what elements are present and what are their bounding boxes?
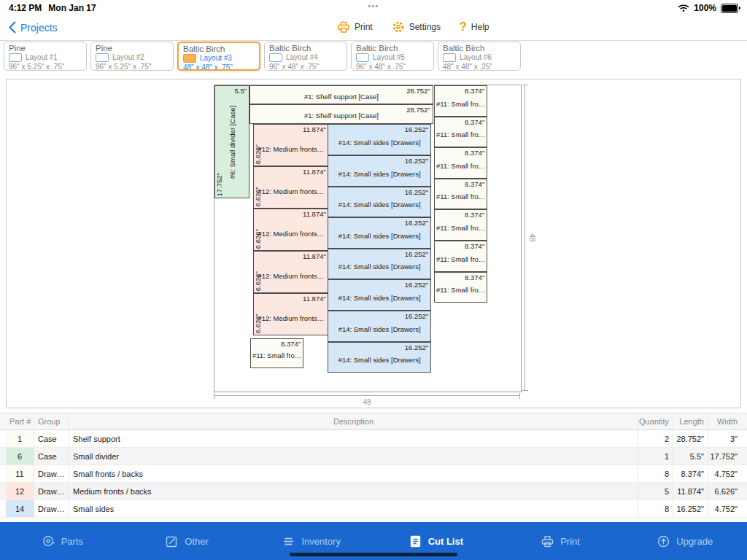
cell-group: Case bbox=[34, 430, 69, 447]
table-row[interactable]: 6CaseSmall divider15.5"17.752" bbox=[0, 448, 747, 465]
layout-piece[interactable]: 5.5"17.752"#6: Small divider [Case] bbox=[214, 85, 249, 198]
piece-label: #1: Shelf support [Case] bbox=[304, 112, 379, 120]
print-button[interactable]: Print bbox=[337, 20, 373, 34]
layout-piece[interactable]: 16.252"#14: Small sides [Drawers] bbox=[328, 155, 431, 187]
help-button[interactable]: ? Help bbox=[460, 21, 489, 33]
piece-width-dim: 8.374" bbox=[465, 149, 484, 157]
card-material: Pine bbox=[96, 44, 169, 52]
layout-piece[interactable]: 16.252"#14: Small sides [Drawers] bbox=[328, 187, 431, 218]
cell-wid: 17.752" bbox=[708, 448, 741, 464]
layout-piece[interactable]: 8.374"#11: Small fro… bbox=[434, 272, 487, 303]
card-material: Pine bbox=[9, 44, 82, 52]
layout-piece[interactable]: 8.374"#11: Small fro… bbox=[434, 241, 487, 272]
cell-len: 11.874" bbox=[673, 483, 708, 499]
card-dims: 48" x 48" x .25" bbox=[443, 63, 516, 71]
piece-label: #11: Small fro… bbox=[436, 286, 485, 294]
printer-icon bbox=[541, 534, 554, 548]
battery-percent: 100% bbox=[694, 3, 716, 13]
sheet-chip-icon bbox=[9, 53, 22, 62]
piece-label: #12: Medium fronts… bbox=[258, 314, 324, 322]
piece-width-dim: 11.874" bbox=[303, 168, 326, 176]
layout-card[interactable]: PineLayout #296" x 5.25" x .75" bbox=[90, 42, 174, 71]
tab-parts[interactable]: Parts bbox=[0, 522, 125, 560]
help-icon: ? bbox=[460, 21, 467, 33]
piece-label: #14: Small sides [Drawers] bbox=[338, 293, 421, 301]
piece-width-dim: 8.374" bbox=[465, 87, 484, 95]
cell-wid: 3" bbox=[708, 430, 741, 447]
tab-inventory-label: Inventory bbox=[301, 536, 340, 547]
piece-label: #1: Shelf support [Case] bbox=[304, 93, 379, 101]
layout-piece[interactable]: 28.752"#1: Shelf support [Case] bbox=[249, 85, 433, 104]
piece-label: #6: Small divider [Case] bbox=[228, 105, 236, 178]
date: Mon Jan 17 bbox=[48, 3, 96, 13]
back-to-projects-button[interactable]: Projects bbox=[9, 21, 58, 34]
layout-piece[interactable]: 8.374"#11: Small fro… bbox=[434, 209, 487, 241]
piece-width-dim: 8.374" bbox=[465, 242, 484, 250]
layout-card[interactable]: Baltic BirchLayout #496" x 48" x .75" bbox=[264, 42, 347, 71]
layout-piece[interactable]: 8.374"#11: Small fro… bbox=[434, 85, 487, 117]
layout-piece[interactable]: 28.752"#1: Shelf support [Case] bbox=[249, 104, 433, 123]
layout-piece[interactable]: 11.874"6.626"#12: Medium fronts… bbox=[253, 166, 329, 209]
piece-label: #14: Small sides [Drawers] bbox=[338, 201, 421, 209]
card-material: Baltic Birch bbox=[183, 44, 255, 53]
layout-piece[interactable]: 8.374"#11: Small fro… bbox=[434, 147, 487, 179]
tab-print[interactable]: Print bbox=[498, 522, 623, 560]
piece-label: #11: Small fro… bbox=[436, 161, 485, 169]
cell-desc: Small fronts / backs bbox=[69, 465, 638, 482]
table-row[interactable]: 12Draw…Medium fronts / backs511.874"6.62… bbox=[0, 483, 747, 500]
cell-wid: 4.752" bbox=[708, 500, 741, 517]
layout-canvas[interactable]: 5.5"17.752"#6: Small divider [Case]28.75… bbox=[6, 79, 741, 408]
piece-width-dim: 16.252" bbox=[405, 219, 428, 227]
card-layout-name: Layout #4 bbox=[286, 53, 318, 63]
tab-other[interactable]: Other bbox=[125, 522, 249, 560]
layout-piece[interactable]: 16.252"#14: Small sides [Drawers] bbox=[328, 342, 431, 373]
header-description: Description bbox=[69, 413, 638, 429]
layout-piece[interactable]: 11.874"6.626"#12: Medium fronts… bbox=[253, 209, 329, 251]
piece-width-dim: 11.874" bbox=[303, 252, 326, 260]
layout-piece[interactable]: 8.374"#11: Small fro… bbox=[434, 179, 487, 210]
table-row[interactable]: 1CaseShelf support228.752"3" bbox=[0, 430, 747, 448]
layout-card[interactable]: Baltic BirchLayout #648" x 48" x .25" bbox=[438, 42, 521, 71]
layout-piece[interactable]: 16.252"#14: Small sides [Drawers] bbox=[328, 311, 431, 342]
layout-piece[interactable]: 16.252"#14: Small sides [Drawers] bbox=[328, 217, 431, 249]
layout-cards: PineLayout #196" x 5.25" x .75"PineLayou… bbox=[4, 42, 521, 71]
piece-label: #12: Medium fronts… bbox=[258, 229, 324, 237]
header-width: Width bbox=[708, 413, 741, 429]
card-dims: 48" x 48" x .75" bbox=[183, 63, 255, 71]
header-part: Part # bbox=[6, 413, 34, 429]
settings-button[interactable]: Settings bbox=[392, 20, 441, 34]
piece-width-dim: 16.252" bbox=[405, 250, 428, 258]
card-layout-name: Layout #3 bbox=[200, 54, 232, 63]
cell-group: Draw… bbox=[34, 465, 69, 482]
layout-piece[interactable]: 11.874"6.626"#12: Medium fronts… bbox=[253, 293, 329, 335]
cut-list-icon bbox=[409, 534, 422, 548]
layout-piece[interactable]: 16.252"#14: Small sides [Drawers] bbox=[328, 279, 431, 311]
layout-piece[interactable]: 16.252"#14: Small sides [Drawers] bbox=[328, 249, 431, 280]
tab-upgrade[interactable]: Upgrade bbox=[622, 522, 747, 560]
table-header-row: Part # Group Description Quantity Length… bbox=[0, 413, 747, 430]
layout-piece[interactable]: 8.374"#11: Small fro… bbox=[434, 117, 487, 148]
layout-piece[interactable]: 16.252"#14: Small sides [Drawers] bbox=[328, 124, 431, 155]
cutlist-table-body: 1CaseShelf support228.752"3"6CaseSmall d… bbox=[0, 430, 747, 518]
table-row[interactable]: 11Draw…Small fronts / backs88.374"4.752" bbox=[0, 465, 747, 483]
layout-piece[interactable]: 11.874"6.626"#12: Medium fronts… bbox=[253, 251, 329, 293]
home-indicator[interactable] bbox=[290, 553, 457, 556]
table-row[interactable]: 14Draw…Small sides816.252"4.752" bbox=[0, 500, 747, 518]
sheet-width-label: 48 bbox=[363, 398, 371, 406]
header-quantity: Quantity bbox=[638, 413, 673, 429]
layout-card[interactable]: Baltic BirchLayout #596" x 48" x .75" bbox=[351, 42, 434, 71]
cell-wid: 6.626" bbox=[708, 483, 741, 499]
layout-piece[interactable]: 11.874"6.626"#12: Medium fronts… bbox=[253, 124, 329, 166]
cell-group: Draw… bbox=[34, 500, 69, 517]
cell-qty: 5 bbox=[638, 483, 673, 499]
layout-card[interactable]: PineLayout #196" x 5.25" x .75" bbox=[4, 42, 87, 71]
piece-width-dim: 11.874" bbox=[303, 125, 326, 133]
nav-bar: Projects Print Settings ? Help bbox=[0, 16, 747, 41]
piece-label: #11: Small fro… bbox=[436, 99, 485, 107]
nav-actions: Print Settings ? Help bbox=[337, 20, 489, 34]
layout-piece[interactable]: 8.374"#11: Small fro… bbox=[250, 338, 303, 369]
layout-card[interactable]: Baltic BirchLayout #348" x 48" x .75" bbox=[177, 42, 260, 71]
cell-qty: 8 bbox=[638, 465, 673, 482]
tape-measure-icon bbox=[42, 534, 55, 548]
piece-label: #14: Small sides [Drawers] bbox=[338, 356, 421, 364]
